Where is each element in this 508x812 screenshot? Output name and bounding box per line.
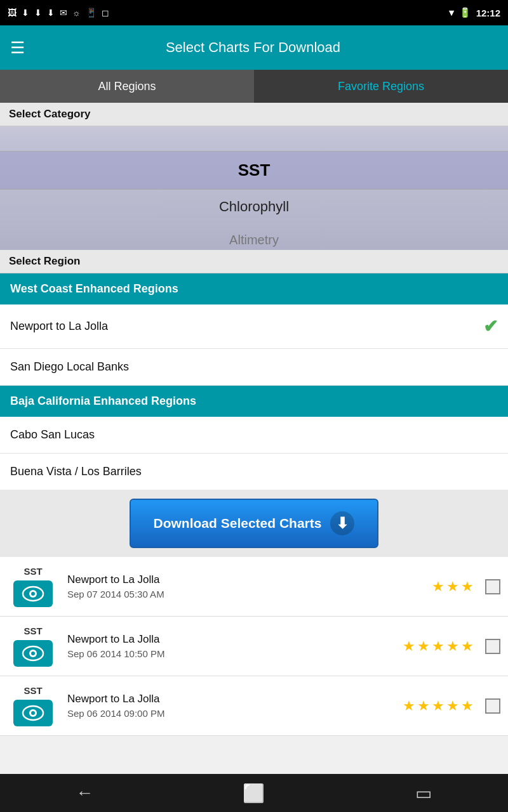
chart-date-3: Sep 06 2014 09:00 PM xyxy=(67,708,394,719)
chart-item-2: SST Newport to La Jolla Sep 06 2014 10:5… xyxy=(0,617,508,676)
status-right: ▾ 🔋 12:12 xyxy=(449,7,500,18)
star-3-3: ★ xyxy=(432,698,444,714)
region-group-west-coast[interactable]: West Coast Enhanced Regions xyxy=(0,273,508,304)
chart-region-2: Newport to La Jolla xyxy=(67,633,394,646)
status-icon-box: ◻ xyxy=(102,8,109,18)
bottom-nav: ← ⬜ ▭ xyxy=(0,774,508,812)
category-picker[interactable]: SST Chlorophyll Altimetry xyxy=(0,126,508,250)
region-item-san-diego[interactable]: San Diego Local Banks xyxy=(0,349,508,386)
star-3-4: ★ xyxy=(446,698,459,714)
region-group-baja[interactable]: Baja California Enhanced Regions xyxy=(0,386,508,417)
chart-info-2: Newport to La Jolla Sep 06 2014 10:50 PM xyxy=(67,633,394,659)
chart-left-3: SST xyxy=(8,685,58,726)
chart-right-1: ★ ★ ★ xyxy=(432,579,500,595)
star-1-2: ★ xyxy=(446,579,459,595)
region-item-newport[interactable]: Newport to La Jolla ✔ xyxy=(0,304,508,349)
eye-icon-2 xyxy=(21,645,45,662)
nav-recent-button[interactable]: ▭ xyxy=(398,774,449,812)
chart-item-3: SST Newport to La Jolla Sep 06 2014 09:0… xyxy=(0,676,508,736)
status-icon-mail: ✉ xyxy=(60,8,67,18)
picker-item-sst[interactable]: SST xyxy=(0,151,508,190)
chart-stars-1: ★ ★ ★ xyxy=(432,579,474,595)
status-icon-dl1: ⬇ xyxy=(22,8,29,18)
chart-stars-2: ★ ★ ★ ★ ★ xyxy=(403,638,474,655)
status-time: 12:12 xyxy=(476,8,500,18)
svg-point-8 xyxy=(31,711,35,715)
wifi-icon: ▾ xyxy=(449,7,454,18)
chart-info-3: Newport to La Jolla Sep 06 2014 09:00 PM xyxy=(67,693,394,719)
picker-item-altimetry[interactable]: Altimetry xyxy=(0,224,508,250)
picker-item-blank xyxy=(0,126,508,151)
chart-checkbox-1[interactable] xyxy=(485,579,500,594)
chart-item-1: SST Newport to La Jolla Sep 07 2014 05:3… xyxy=(0,557,508,617)
picker-item-chlorophyll[interactable]: Chlorophyll xyxy=(0,190,508,224)
star-3-2: ★ xyxy=(417,698,430,714)
select-region-label: Select Region xyxy=(0,250,508,273)
star-2-3: ★ xyxy=(432,638,444,655)
svg-point-5 xyxy=(31,652,35,655)
chart-date-1: Sep 07 2014 05:30 AM xyxy=(67,589,423,599)
svg-point-2 xyxy=(31,592,35,596)
chart-date-2: Sep 06 2014 10:50 PM xyxy=(67,648,394,659)
top-bar: ☰ Select Charts For Download xyxy=(0,25,508,70)
chart-eye-button-1[interactable] xyxy=(13,580,53,607)
select-category-label: Select Category xyxy=(0,103,508,126)
page-title: Select Charts For Download xyxy=(37,39,469,56)
nav-back-button[interactable]: ← xyxy=(59,774,110,812)
chart-type-1: SST xyxy=(23,566,42,577)
menu-icon[interactable]: ☰ xyxy=(10,38,25,58)
chart-right-3: ★ ★ ★ ★ ★ xyxy=(403,698,500,714)
tabs-container: All Regions Favorite Regions xyxy=(0,70,508,103)
star-1-1: ★ xyxy=(432,579,444,595)
star-2-5: ★ xyxy=(461,638,474,655)
star-3-1: ★ xyxy=(403,698,415,714)
nav-home-button[interactable]: ⬜ xyxy=(229,774,279,812)
download-selected-charts-button[interactable]: Download Selected Charts ⬇ xyxy=(130,499,379,548)
chart-region-3: Newport to La Jolla xyxy=(67,693,394,705)
chart-checkbox-2[interactable] xyxy=(485,639,500,654)
eye-icon-3 xyxy=(21,704,45,722)
star-2-2: ★ xyxy=(417,638,430,655)
chart-region-1: Newport to La Jolla xyxy=(67,573,423,586)
chart-stars-3: ★ ★ ★ ★ ★ xyxy=(403,698,474,714)
tab-all-regions[interactable]: All Regions xyxy=(0,70,254,103)
region-item-buena-vista[interactable]: Buena Vista / Los Barriles xyxy=(0,454,508,490)
download-label: Download Selected Charts xyxy=(154,516,322,531)
chart-eye-button-3[interactable] xyxy=(13,700,53,726)
download-icon: ⬇ xyxy=(330,511,354,535)
star-2-1: ★ xyxy=(403,638,415,655)
star-3-5: ★ xyxy=(461,698,474,714)
chart-eye-button-2[interactable] xyxy=(13,640,53,667)
battery-icon: 🔋 xyxy=(459,7,471,18)
region-item-cabo[interactable]: Cabo San Lucas xyxy=(0,417,508,454)
chart-list: SST Newport to La Jolla Sep 07 2014 05:3… xyxy=(0,557,508,736)
star-1-3: ★ xyxy=(461,579,474,595)
status-bar: 🖼 ⬇ ⬇ ⬇ ✉ ☼ 📱 ◻ ▾ 🔋 12:12 xyxy=(0,0,508,25)
status-icon-phone: 📱 xyxy=(86,8,97,18)
status-icon-brightness: ☼ xyxy=(72,8,81,18)
eye-icon-1 xyxy=(21,585,45,603)
chart-left-1: SST xyxy=(8,566,58,607)
chart-left-2: SST xyxy=(8,625,58,667)
chart-info-1: Newport to La Jolla Sep 07 2014 05:30 AM xyxy=(67,573,423,599)
chart-type-2: SST xyxy=(23,625,42,636)
chart-checkbox-3[interactable] xyxy=(485,698,500,714)
checkmark-icon: ✔ xyxy=(483,316,498,337)
region-list: West Coast Enhanced Regions Newport to L… xyxy=(0,273,508,490)
chart-type-3: SST xyxy=(23,685,42,696)
status-icon-camera: 🖼 xyxy=(8,8,17,18)
star-2-4: ★ xyxy=(446,638,459,655)
tab-favorite-regions[interactable]: Favorite Regions xyxy=(254,70,508,103)
status-icon-dl2: ⬇ xyxy=(34,8,42,18)
download-btn-container: Download Selected Charts ⬇ xyxy=(0,490,508,557)
chart-right-2: ★ ★ ★ ★ ★ xyxy=(403,638,500,655)
status-icons-left: 🖼 ⬇ ⬇ ⬇ ✉ ☼ 📱 ◻ xyxy=(8,8,109,18)
status-icon-dl3: ⬇ xyxy=(47,8,55,18)
